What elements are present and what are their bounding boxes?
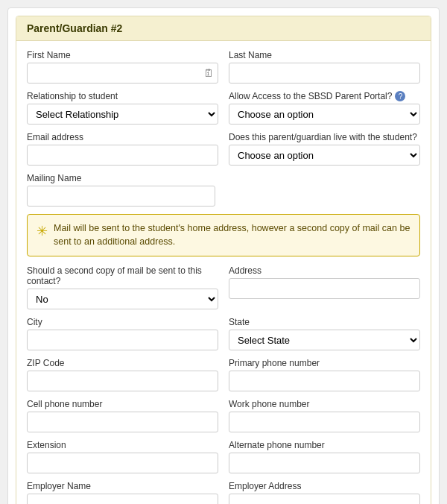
address-input[interactable] xyxy=(229,278,420,299)
employer-address-input[interactable] xyxy=(229,494,420,504)
lives-with-select[interactable]: Choose an option xyxy=(229,145,420,166)
relationship-select[interactable]: Select Relationship xyxy=(27,104,218,125)
alt-phone-group: Alternate phone number xyxy=(229,440,420,473)
first-name-input[interactable] xyxy=(27,63,218,84)
work-phone-label: Work phone number xyxy=(229,399,420,409)
portal-access-label: Allow Access to the SBSD Parent Portal? … xyxy=(229,91,420,101)
extension-group: Extension xyxy=(27,440,218,473)
lives-with-label: Does this parent/guardian live with the … xyxy=(229,132,420,142)
relationship-group: Relationship to student Select Relations… xyxy=(27,91,218,125)
state-label: State xyxy=(229,317,420,327)
last-name-label: Last Name xyxy=(229,50,420,60)
second-copy-group: Should a second copy of mail be sent to … xyxy=(27,265,218,309)
first-name-input-wrapper: 🗓 xyxy=(27,63,218,84)
email-group: Email address xyxy=(27,132,218,166)
section-header: Parent/Guardian #2 xyxy=(16,16,431,41)
cell-phone-group: Cell phone number xyxy=(27,399,218,432)
city-label: City xyxy=(27,317,218,327)
notice-box: ✳ Mail will be sent to the student's hom… xyxy=(27,214,420,256)
cell-phone-input[interactable] xyxy=(27,412,218,432)
first-name-group: First Name 🗓 xyxy=(27,50,218,84)
notice-icon: ✳ xyxy=(37,223,48,239)
state-select[interactable]: Select State xyxy=(229,330,420,350)
employer-row: Employer Name Employer Address xyxy=(27,481,420,504)
primary-phone-group: Primary phone number xyxy=(229,358,420,391)
relationship-portal-row: Relationship to student Select Relations… xyxy=(27,91,420,125)
employer-name-group: Employer Name xyxy=(27,481,218,504)
employer-name-label: Employer Name xyxy=(27,481,218,491)
email-label: Email address xyxy=(27,132,218,142)
work-phone-group: Work phone number xyxy=(229,399,420,432)
relationship-label: Relationship to student xyxy=(27,91,218,101)
employer-name-input[interactable] xyxy=(27,494,218,504)
work-phone-input[interactable] xyxy=(229,412,420,432)
alt-phone-input[interactable] xyxy=(229,453,420,473)
section-body: First Name 🗓 Last Name Relationship to s… xyxy=(16,41,431,504)
city-state-row: City State Select State xyxy=(27,317,420,350)
extension-label: Extension xyxy=(27,440,218,450)
mailing-name-label: Mailing Name xyxy=(27,173,215,183)
employer-address-label: Employer Address xyxy=(229,481,420,491)
zip-primary-row: ZIP Code Primary phone number xyxy=(27,358,420,391)
zip-input[interactable] xyxy=(27,371,218,391)
page-wrapper: Parent/Guardian #2 First Name 🗓 Last Nam… xyxy=(7,7,440,504)
lives-with-group: Does this parent/guardian live with the … xyxy=(229,132,420,166)
zip-group: ZIP Code xyxy=(27,358,218,391)
state-group: State Select State xyxy=(229,317,420,350)
mailing-name-input[interactable] xyxy=(27,186,215,207)
ext-alt-row: Extension Alternate phone number xyxy=(27,440,420,473)
second-copy-label: Should a second copy of mail be sent to … xyxy=(27,265,218,286)
second-copy-address-row: Should a second copy of mail be sent to … xyxy=(27,265,420,309)
cell-phone-label: Cell phone number xyxy=(27,399,218,409)
portal-access-select[interactable]: Choose an option xyxy=(229,104,420,125)
address-label: Address xyxy=(229,265,420,276)
zip-label: ZIP Code xyxy=(27,358,218,368)
cell-work-row: Cell phone number Work phone number xyxy=(27,399,420,432)
mailing-name-group: Mailing Name xyxy=(27,173,215,207)
city-input[interactable] xyxy=(27,330,218,350)
alt-phone-label: Alternate phone number xyxy=(229,440,420,450)
city-group: City xyxy=(27,317,218,350)
extension-input[interactable] xyxy=(27,453,218,473)
email-input[interactable] xyxy=(27,145,218,166)
notice-text: Mail will be sent to the student's home … xyxy=(54,222,410,248)
last-name-input[interactable] xyxy=(229,63,420,84)
first-name-label: First Name xyxy=(27,50,218,60)
mailing-name-row: Mailing Name xyxy=(27,173,420,207)
address-group: Address xyxy=(229,265,420,309)
portal-help-icon[interactable]: ? xyxy=(395,91,405,101)
portal-access-group: Allow Access to the SBSD Parent Portal? … xyxy=(229,91,420,125)
last-name-group: Last Name xyxy=(229,50,420,84)
name-row: First Name 🗓 Last Name xyxy=(27,50,420,84)
parent-guardian-section: Parent/Guardian #2 First Name 🗓 Last Nam… xyxy=(16,16,431,504)
employer-address-group: Employer Address xyxy=(229,481,420,504)
primary-phone-label: Primary phone number xyxy=(229,358,420,368)
second-copy-select[interactable]: No xyxy=(27,289,218,309)
email-liveswith-row: Email address Does this parent/guardian … xyxy=(27,132,420,166)
primary-phone-input[interactable] xyxy=(229,371,420,391)
